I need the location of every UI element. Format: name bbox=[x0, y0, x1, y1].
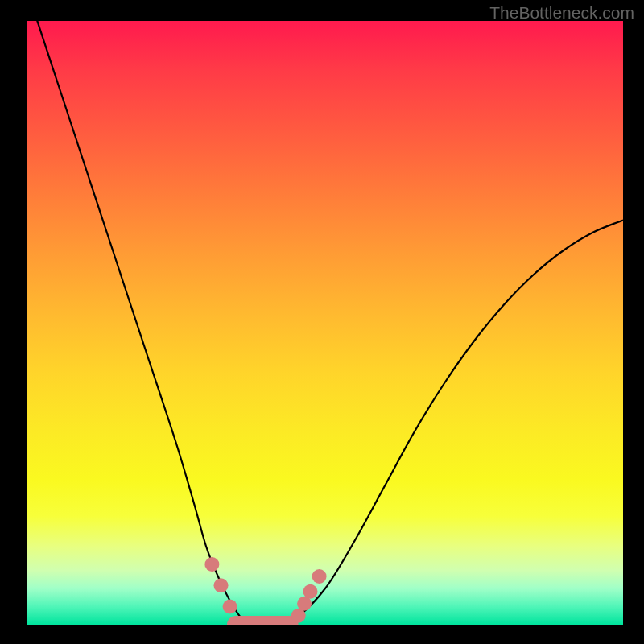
marker-dot bbox=[223, 600, 237, 614]
markers-group bbox=[204, 557, 326, 625]
marker-dot bbox=[204, 557, 219, 572]
watermark-text: TheBottleneck.com bbox=[489, 3, 634, 23]
marker-dot bbox=[214, 578, 229, 592]
curve-svg bbox=[27, 21, 623, 625]
chart-plot-area bbox=[27, 21, 623, 625]
marker-dot bbox=[312, 569, 327, 584]
marker-dot bbox=[303, 584, 318, 599]
bottleneck-curve bbox=[27, 21, 623, 625]
